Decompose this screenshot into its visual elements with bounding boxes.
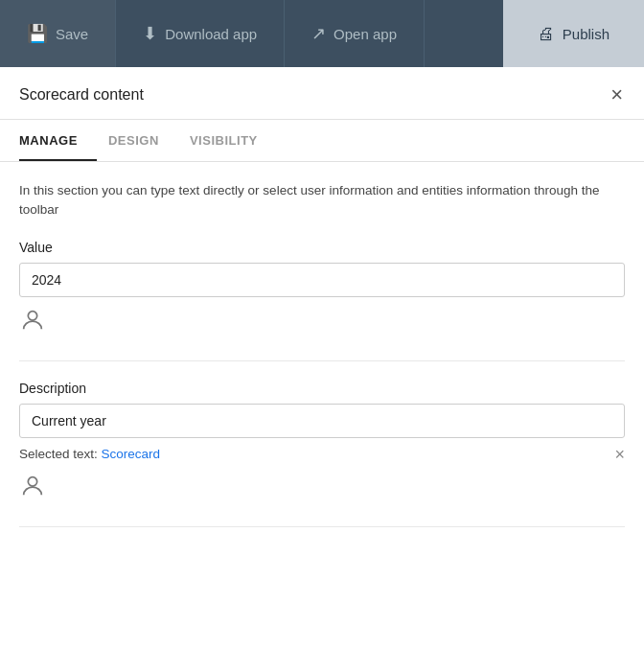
panel-header: Scorecard content × [0,67,644,120]
tab-bar: MANAGE DESIGN VISIBILITY [0,120,644,162]
tab-manage-label: MANAGE [19,133,78,148]
selected-text-label: Selected text: Scorecard [19,447,160,461]
open-icon: ↗ [311,23,326,44]
value-person-icon-wrap [19,307,625,337]
selected-prefix: Selected text: [19,447,102,461]
panel-title: Scorecard content [19,86,144,104]
description-label: Description [19,381,625,396]
close-button[interactable]: × [609,84,625,105]
open-app-button[interactable]: ↗ Open app [285,0,425,67]
tab-design-label: DESIGN [108,133,159,148]
close-icon: × [610,82,623,106]
person-icon [19,307,46,334]
tab-design[interactable]: DESIGN [108,120,178,161]
tab-manage[interactable]: MANAGE [19,120,97,161]
publish-label: Publish [563,26,610,42]
tab-visibility-label: VISIBILITY [190,133,258,148]
panel-content: In this section you can type text direct… [0,162,644,527]
clear-icon: × [614,445,625,464]
tab-visibility[interactable]: VISIBILITY [190,120,277,161]
value-input[interactable] [19,263,625,297]
save-icon: 💾 [27,23,48,44]
selected-text-value: Scorecard [102,447,161,461]
publish-icon: 🖨 [538,24,555,44]
description-section: Description Selected text: Scorecard × [19,361,625,527]
svg-point-1 [28,476,36,485]
description-input[interactable] [19,404,625,438]
publish-button[interactable]: 🖨 Publish [503,0,644,67]
section-description: In this section you can type text direct… [19,181,625,220]
selected-text-row: Selected text: Scorecard × [19,446,625,463]
toolbar: 💾 Save ⬇ Download app ↗ Open app 🖨 Publi… [0,0,644,67]
save-label: Save [56,26,88,42]
person-icon-2 [19,473,46,499]
scorecard-content-panel: Scorecard content × MANAGE DESIGN VISIBI… [0,67,644,527]
description-person-icon-wrap [19,473,625,503]
open-label: Open app [334,26,397,42]
clear-selected-text-button[interactable]: × [614,446,625,463]
download-app-button[interactable]: ⬇ Download app [116,0,285,67]
download-label: Download app [165,26,257,42]
download-icon: ⬇ [143,23,157,44]
save-button[interactable]: 💾 Save [0,0,116,67]
value-label: Value [19,240,625,255]
value-section: Value [19,240,625,361]
svg-point-0 [28,311,36,319]
